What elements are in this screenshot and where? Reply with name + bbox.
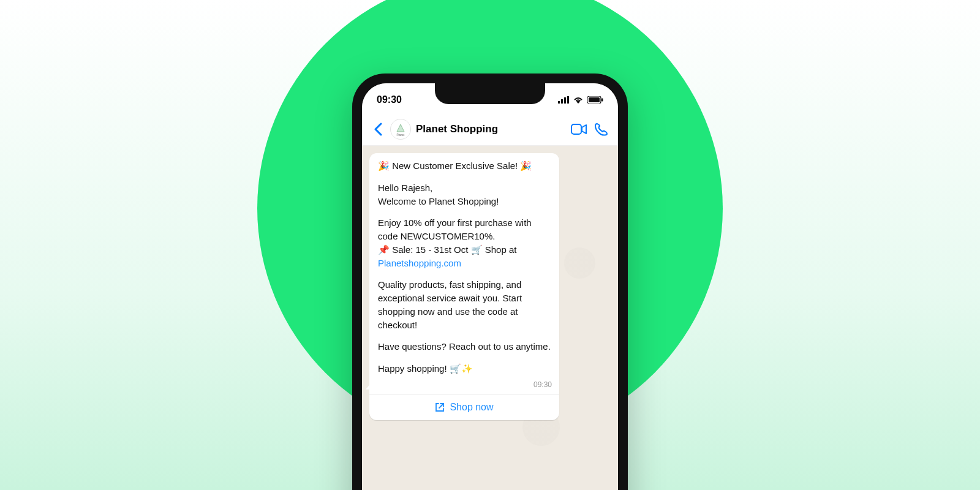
svg-rect-9 [571, 124, 581, 134]
shop-link[interactable]: Planetshopping.com [378, 258, 461, 268]
battery-icon [587, 96, 603, 104]
svg-rect-0 [558, 101, 560, 104]
incoming-message: 🎉 New Customer Exclusive Sale! 🎉 Hello R… [369, 153, 559, 420]
message-body-1: Quality products, fast shipping, and exc… [378, 278, 551, 331]
message-greeting-2: Welcome to Planet Shopping! [378, 195, 551, 208]
svg-rect-1 [561, 99, 563, 104]
svg-rect-3 [567, 96, 569, 104]
status-bar: 09:30 [362, 83, 618, 113]
svg-rect-2 [564, 97, 566, 104]
voice-call-button[interactable] [592, 121, 609, 138]
status-time: 09:30 [377, 94, 402, 105]
shop-now-button[interactable]: Shop now [369, 394, 559, 420]
phone-screen: 09:30 [362, 83, 618, 490]
svg-rect-5 [589, 97, 600, 102]
message-timestamp: 09:30 [369, 380, 559, 394]
back-button[interactable] [371, 122, 385, 137]
wifi-icon [573, 96, 584, 104]
message-signoff: Happy shopping! 🛒✨ [378, 362, 551, 375]
svg-rect-6 [601, 99, 603, 102]
contact-name[interactable]: Planet Shopping [416, 123, 565, 135]
cta-label: Shop now [450, 402, 493, 413]
svg-text:Planet: Planet [397, 134, 405, 137]
message-offer-2: 📌 Sale: 15 - 31st Oct 🛒 Shop at Planetsh… [378, 243, 551, 270]
contact-avatar[interactable]: Planet [390, 119, 411, 140]
cellular-icon [558, 96, 569, 104]
message-body-2: Have questions? Reach out to us anytime. [378, 340, 551, 353]
message-headline: 🎉 New Customer Exclusive Sale! 🎉 [378, 159, 551, 173]
video-call-button[interactable] [570, 121, 587, 138]
chat-area[interactable]: 🎉 New Customer Exclusive Sale! 🎉 Hello R… [362, 146, 618, 490]
chat-header: Planet Planet Shopping [362, 113, 618, 146]
external-link-icon [435, 402, 445, 412]
message-greeting-1: Hello Rajesh, [378, 181, 551, 195]
message-offer-1: Enjoy 10% off your first purchase with c… [378, 216, 551, 243]
phone-frame: 09:30 [352, 74, 628, 490]
